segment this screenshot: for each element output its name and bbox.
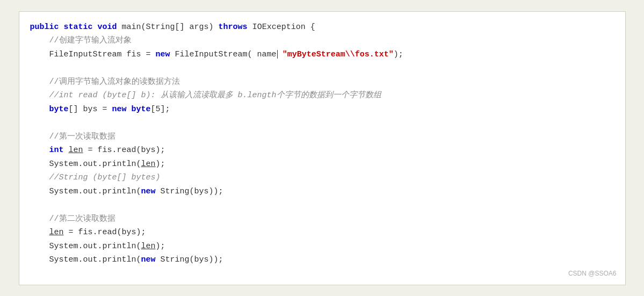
- code-line-17: System.out.println(len);: [30, 240, 614, 254]
- code-line-8: [30, 116, 614, 130]
- code-line-13: System.out.println(new String(bys));: [30, 185, 614, 199]
- code-line-14: [30, 198, 614, 212]
- code-line-1: public static void main(String[] args) t…: [30, 20, 614, 34]
- code-line-6: //int read (byte[] b): 从该输入流读取最多 b.lengt…: [30, 89, 614, 103]
- code-line-3: FileInputStream fis = new FileInputStrea…: [30, 48, 614, 62]
- code-line-15: //第二次读取数据: [30, 212, 614, 226]
- code-line-12: //String (byte[] bytes): [30, 171, 614, 185]
- code-line-7: byte[] bys = new byte[5];: [30, 103, 614, 117]
- code-line-10: int len = fis.read(bys);: [30, 143, 614, 157]
- code-line-16: len = fis.read(bys);: [30, 226, 614, 240]
- watermark: CSDN @SSOA6: [568, 268, 617, 279]
- code-line-5: //调用字节输入流对象的读数据方法: [30, 75, 614, 89]
- code-editor: public static void main(String[] args) t…: [19, 11, 626, 285]
- code-line-9: //第一次读取数据: [30, 130, 614, 144]
- code-line-18: System.out.println(new String(bys));: [30, 253, 614, 267]
- page-container: public static void main(String[] args) t…: [0, 0, 644, 296]
- code-line-2: //创建字节输入流对象: [30, 34, 614, 48]
- code-line-11: System.out.println(len);: [30, 157, 614, 171]
- code-line-4: [30, 61, 614, 75]
